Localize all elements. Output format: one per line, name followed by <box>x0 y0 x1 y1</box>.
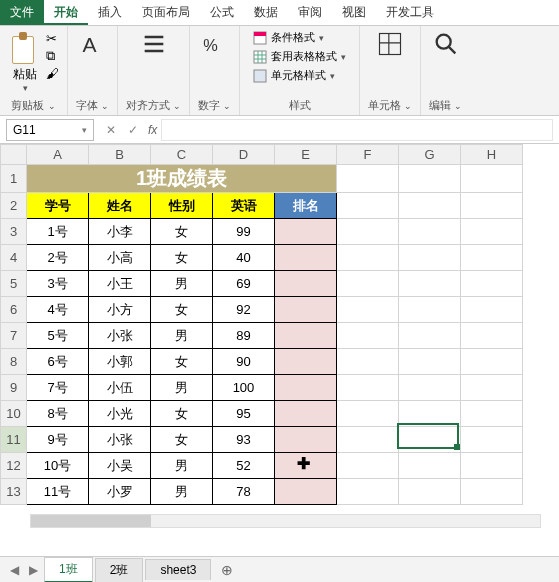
cell[interactable] <box>461 219 523 245</box>
cell[interactable] <box>461 271 523 297</box>
cell[interactable]: 女 <box>151 219 213 245</box>
cell[interactable] <box>275 401 337 427</box>
cell[interactable] <box>337 165 399 193</box>
col-header-F[interactable]: F <box>337 145 399 165</box>
number-button[interactable]: % <box>201 30 229 58</box>
cell[interactable] <box>399 297 461 323</box>
cell[interactable] <box>461 245 523 271</box>
cell[interactable] <box>275 323 337 349</box>
cell[interactable]: 7号 <box>27 375 89 401</box>
col-header-H[interactable]: H <box>461 145 523 165</box>
cell[interactable]: 小张 <box>89 323 151 349</box>
col-header-G[interactable]: G <box>399 145 461 165</box>
tab-插入[interactable]: 插入 <box>88 0 132 25</box>
cell[interactable] <box>275 349 337 375</box>
sheet-tab-1班[interactable]: 1班 <box>44 557 93 583</box>
row-header-3[interactable]: 3 <box>1 219 27 245</box>
tab-页面布局[interactable]: 页面布局 <box>132 0 200 25</box>
cell[interactable] <box>275 219 337 245</box>
cell[interactable] <box>337 245 399 271</box>
cell[interactable] <box>337 323 399 349</box>
cell[interactable] <box>337 479 399 505</box>
cell[interactable]: 10号 <box>27 453 89 479</box>
cell[interactable] <box>461 297 523 323</box>
row-header-4[interactable]: 4 <box>1 245 27 271</box>
cell[interactable] <box>399 245 461 271</box>
tab-开发工具[interactable]: 开发工具 <box>376 0 444 25</box>
tab-公式[interactable]: 公式 <box>200 0 244 25</box>
cell[interactable] <box>275 245 337 271</box>
align-button[interactable] <box>140 30 168 58</box>
col-header-A[interactable]: A <box>27 145 89 165</box>
col-header-E[interactable]: E <box>275 145 337 165</box>
row-header-8[interactable]: 8 <box>1 349 27 375</box>
table-header[interactable]: 英语 <box>213 193 275 219</box>
select-all-corner[interactable] <box>1 145 27 165</box>
row-header-2[interactable]: 2 <box>1 193 27 219</box>
cell[interactable] <box>399 349 461 375</box>
row-header-6[interactable]: 6 <box>1 297 27 323</box>
cell[interactable] <box>399 323 461 349</box>
confirm-icon[interactable]: ✓ <box>122 123 144 137</box>
fx-label[interactable]: fx <box>148 123 157 137</box>
col-header-C[interactable]: C <box>151 145 213 165</box>
cell[interactable]: 5号 <box>27 323 89 349</box>
cell[interactable]: 男 <box>151 453 213 479</box>
cell[interactable]: 小郭 <box>89 349 151 375</box>
cell[interactable]: 男 <box>151 323 213 349</box>
cell[interactable]: 69 <box>213 271 275 297</box>
cell[interactable] <box>461 349 523 375</box>
cell[interactable]: 女 <box>151 245 213 271</box>
format-painter-icon[interactable]: 🖌 <box>46 66 59 81</box>
cell[interactable]: 90 <box>213 349 275 375</box>
h-scrollbar[interactable] <box>30 514 541 528</box>
font-button[interactable]: A <box>79 30 107 58</box>
cell[interactable] <box>399 453 461 479</box>
cell[interactable] <box>337 375 399 401</box>
cell[interactable]: 1号 <box>27 219 89 245</box>
cell[interactable] <box>461 427 523 453</box>
cell[interactable]: 小光 <box>89 401 151 427</box>
cut-icon[interactable]: ✂ <box>46 31 59 46</box>
tab-开始[interactable]: 开始 <box>44 0 88 25</box>
sheet-tab-2班[interactable]: 2班 <box>95 558 144 582</box>
row-header-10[interactable]: 10 <box>1 401 27 427</box>
cell[interactable]: 小伍 <box>89 375 151 401</box>
cell[interactable]: 100 <box>213 375 275 401</box>
paste-button[interactable]: 粘贴 ▾ <box>8 30 42 93</box>
cell[interactable] <box>461 453 523 479</box>
cell[interactable]: 小吴 <box>89 453 151 479</box>
cell[interactable]: 3号 <box>27 271 89 297</box>
cell[interactable] <box>461 375 523 401</box>
cell[interactable]: 小李 <box>89 219 151 245</box>
row-header-5[interactable]: 5 <box>1 271 27 297</box>
cell[interactable] <box>337 219 399 245</box>
cell[interactable]: 95 <box>213 401 275 427</box>
cell[interactable] <box>337 401 399 427</box>
cell[interactable] <box>275 297 337 323</box>
cell[interactable]: 男 <box>151 375 213 401</box>
cell[interactable] <box>275 271 337 297</box>
cell[interactable] <box>337 271 399 297</box>
cell[interactable]: 11号 <box>27 479 89 505</box>
row-header-7[interactable]: 7 <box>1 323 27 349</box>
sheet-nav-next[interactable]: ▶ <box>25 563 42 577</box>
cell[interactable] <box>399 375 461 401</box>
cell[interactable]: 小方 <box>89 297 151 323</box>
col-header-D[interactable]: D <box>213 145 275 165</box>
cell[interactable] <box>337 349 399 375</box>
cell[interactable] <box>461 479 523 505</box>
cancel-icon[interactable]: ✕ <box>100 123 122 137</box>
cell[interactable] <box>399 219 461 245</box>
cell[interactable] <box>337 427 399 453</box>
cell[interactable] <box>399 193 461 219</box>
cell-style-button[interactable]: 单元格样式▾ <box>253 68 335 83</box>
row-header-1[interactable]: 1 <box>1 165 27 193</box>
cell[interactable]: 女 <box>151 427 213 453</box>
cell[interactable] <box>337 453 399 479</box>
cell[interactable]: 男 <box>151 479 213 505</box>
cell[interactable] <box>337 297 399 323</box>
cell[interactable] <box>399 479 461 505</box>
row-header-12[interactable]: 12 <box>1 453 27 479</box>
cell[interactable]: 99 <box>213 219 275 245</box>
